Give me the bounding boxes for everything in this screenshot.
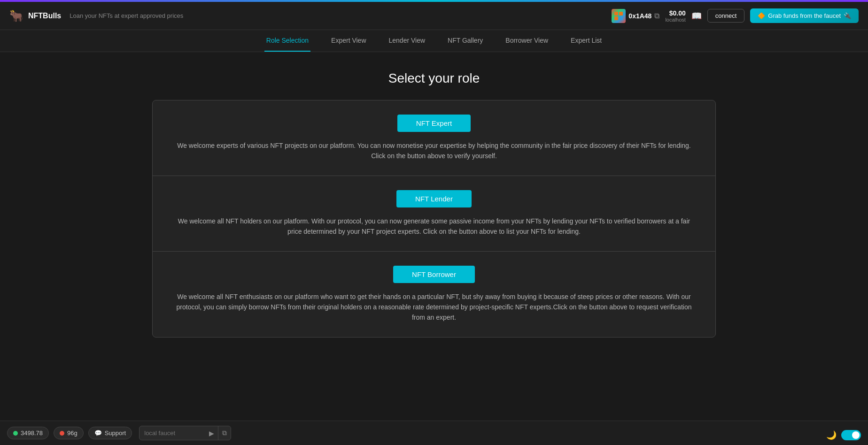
nav-label-role-selection: Role Selection	[266, 37, 309, 44]
header: 🐂 NFTBulls Loan your NFTs at expert appr…	[0, 2, 868, 30]
faucet-input[interactable]	[140, 427, 205, 439]
brand-tagline: Loan your NFTs at expert approved prices	[70, 12, 183, 19]
support-label: Support	[105, 430, 126, 437]
role-section-borrower: NFT Borrower We welcome all NFT enthusia…	[153, 252, 715, 337]
moon-icon[interactable]: 🌙	[826, 430, 837, 440]
bottom-bar: 3498.78 96g 💬 Support ▶ ⧉ 🌙	[0, 421, 868, 445]
borrower-btn-row: NFT Borrower	[162, 266, 706, 283]
logo-icon: 🐂	[9, 9, 23, 23]
weight-pill[interactable]: 96g	[54, 427, 84, 439]
nav-label-lender-view: Lender View	[389, 37, 426, 44]
role-container: NFT Expert We welcome experts of various…	[152, 100, 716, 338]
nft-lender-button[interactable]: NFT Lender	[396, 190, 472, 207]
plug-icon: 🔌	[844, 12, 851, 19]
network-label: localhost	[665, 17, 685, 23]
nav-item-lender-view[interactable]: Lender View	[387, 30, 427, 52]
nft-expert-button[interactable]: NFT Expert	[397, 115, 471, 132]
book-icon-button[interactable]: 📖	[691, 11, 702, 21]
wallet-icon	[612, 9, 626, 23]
weight-pill-value: 96g	[67, 430, 78, 437]
theme-toggle[interactable]	[841, 430, 861, 440]
weight-dot	[60, 431, 64, 436]
expert-btn-row: NFT Expert	[162, 115, 706, 132]
balance-group: $0.00 localhost	[665, 9, 685, 23]
brand-name: NFTBulls	[28, 12, 61, 20]
nav-item-nft-gallery[interactable]: NFT Gallery	[446, 30, 485, 52]
svg-rect-1	[619, 12, 623, 15]
main-nav: Role Selection Expert View Lender View N…	[0, 30, 868, 52]
nav-label-nft-gallery: NFT Gallery	[448, 37, 483, 44]
support-icon: 💬	[94, 430, 102, 437]
faucet-send-button[interactable]: ▶	[205, 427, 218, 440]
svg-rect-0	[614, 12, 618, 15]
lender-description: We welcome all NFT holders on our platfo…	[176, 216, 692, 237]
metamask-icon	[614, 11, 623, 21]
svg-rect-2	[614, 16, 618, 20]
wallet-info: 0x1A48 ⧉	[612, 9, 659, 23]
nav-item-expert-list[interactable]: Expert List	[569, 30, 604, 52]
balance-display: $0.00	[669, 9, 686, 17]
faucet-icon: 🔶	[758, 12, 765, 19]
nav-item-borrower-view[interactable]: Borrower View	[504, 30, 550, 52]
balance-pill-value: 3498.78	[21, 430, 43, 437]
connect-button[interactable]: connect	[707, 9, 745, 23]
lender-btn-row: NFT Lender	[162, 190, 706, 207]
support-pill[interactable]: 💬 Support	[88, 427, 132, 439]
svg-rect-3	[619, 16, 623, 20]
role-section-lender: NFT Lender We welcome all NFT holders on…	[153, 176, 715, 252]
nav-label-expert-list: Expert List	[571, 37, 602, 44]
expert-description: We welcome experts of various NFT projec…	[176, 140, 692, 161]
faucet-copy-button[interactable]: ⧉	[218, 426, 231, 440]
nav-item-expert-view[interactable]: Expert View	[329, 30, 368, 52]
nft-borrower-button[interactable]: NFT Borrower	[393, 266, 475, 283]
nav-label-expert-view: Expert View	[331, 37, 366, 44]
borrower-description: We welcome all NFT enthusiasts on our pl…	[176, 292, 692, 323]
page-title: Select your role	[388, 71, 480, 86]
faucet-button[interactable]: 🔶 Grab funds from the faucet 🔌	[750, 8, 859, 23]
role-section-expert: NFT Expert We welcome experts of various…	[153, 100, 715, 176]
header-right: 0x1A48 ⧉ $0.00 localhost 📖 connect 🔶 Gra…	[612, 8, 859, 23]
copy-address-button[interactable]: ⧉	[654, 12, 659, 20]
nav-item-role-selection[interactable]: Role Selection	[264, 30, 310, 52]
faucet-input-group: ▶ ⧉	[139, 426, 231, 440]
faucet-button-label: Grab funds from the faucet	[768, 12, 841, 19]
bottom-right-icons: 🌙	[826, 430, 861, 440]
main-content: Select your role NFT Expert We welcome e…	[0, 52, 868, 356]
nav-label-borrower-view: Borrower View	[505, 37, 548, 44]
wallet-address: 0x1A48	[628, 12, 651, 20]
balance-dot	[13, 431, 18, 436]
balance-pill[interactable]: 3498.78	[7, 427, 49, 439]
header-left: 🐂 NFTBulls Loan your NFTs at expert appr…	[9, 9, 183, 23]
